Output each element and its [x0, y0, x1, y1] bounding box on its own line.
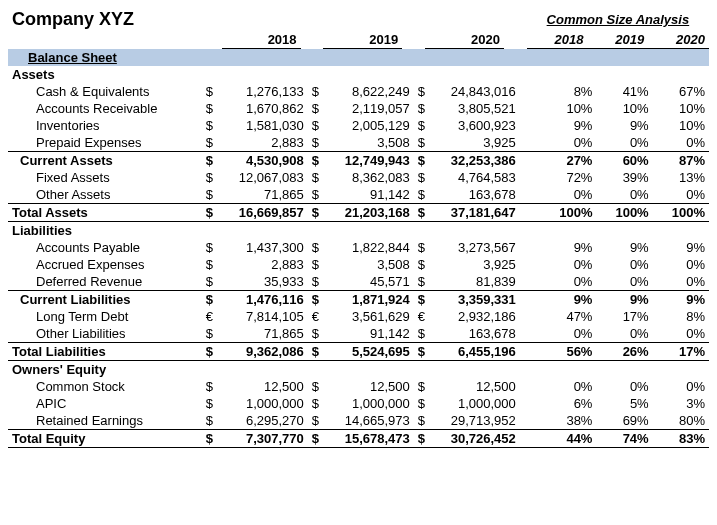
pct-cell: 0%	[540, 256, 596, 273]
section-balance-sheet: Balance Sheet	[8, 49, 709, 66]
value-cell: 1,437,300	[224, 239, 307, 256]
value-cell: 1,871,924	[330, 290, 413, 308]
currency-symbol: $	[308, 239, 331, 256]
pct-cell: 0%	[653, 256, 709, 273]
value-cell: 7,307,770	[224, 429, 307, 447]
row-label: Total Assets	[8, 203, 202, 221]
group-header: Owners' Equity	[8, 360, 202, 378]
pct-cell: 9%	[596, 290, 652, 308]
currency-symbol: $	[414, 378, 437, 395]
pct-cell: 100%	[653, 203, 709, 221]
currency-symbol: $	[202, 429, 225, 447]
pct-cell: 60%	[596, 151, 652, 169]
value-cell: 3,561,629	[330, 308, 413, 325]
pct-cell: 27%	[540, 151, 596, 169]
value-cell: 12,500	[436, 378, 519, 395]
currency-symbol: $	[308, 203, 331, 221]
currency-symbol: $	[202, 412, 225, 430]
pct-cell: 8%	[540, 83, 596, 100]
value-cell: 1,476,116	[224, 290, 307, 308]
pct-cell: 72%	[540, 169, 596, 186]
currency-symbol: $	[414, 117, 437, 134]
pct-cell: 100%	[540, 203, 596, 221]
currency-symbol: $	[308, 378, 331, 395]
currency-symbol: $	[308, 100, 331, 117]
csa-year-2019: 2019	[588, 31, 649, 49]
pct-cell: 0%	[540, 378, 596, 395]
currency-symbol: $	[308, 429, 331, 447]
value-cell: 2,883	[224, 134, 307, 152]
pct-cell: 80%	[653, 412, 709, 430]
value-cell: 4,530,908	[224, 151, 307, 169]
value-cell: 45,571	[330, 273, 413, 291]
value-cell: 1,670,862	[224, 100, 307, 117]
table-row: Assets	[8, 66, 709, 83]
currency-symbol: $	[202, 100, 225, 117]
currency-symbol: $	[414, 169, 437, 186]
currency-symbol: $	[202, 134, 225, 152]
value-cell: 8,622,249	[330, 83, 413, 100]
pct-cell: 26%	[596, 342, 652, 360]
year-2019: 2019	[323, 31, 402, 49]
currency-symbol: $	[414, 151, 437, 169]
balance-sheet-body: AssetsCash & Equivalents$1,276,133$8,622…	[8, 66, 709, 448]
currency-symbol: $	[414, 186, 437, 204]
pct-cell: 56%	[540, 342, 596, 360]
currency-symbol: $	[202, 342, 225, 360]
currency-symbol: $	[414, 273, 437, 291]
row-label: Cash & Equivalents	[8, 83, 202, 100]
value-cell: 12,749,943	[330, 151, 413, 169]
value-cell: 2,119,057	[330, 100, 413, 117]
row-label: Long Term Debt	[8, 308, 202, 325]
currency-symbol: $	[414, 429, 437, 447]
currency-symbol: $	[202, 239, 225, 256]
currency-symbol: $	[308, 256, 331, 273]
currency-symbol: $	[202, 325, 225, 343]
pct-cell: 0%	[653, 134, 709, 152]
currency-symbol: $	[202, 290, 225, 308]
table-row: Accrued Expenses$2,883$3,508$3,9250%0%0%	[8, 256, 709, 273]
value-cell: 21,203,168	[330, 203, 413, 221]
row-label: APIC	[8, 395, 202, 412]
currency-symbol: $	[308, 412, 331, 430]
table-row: Fixed Assets$12,067,083$8,362,083$4,764,…	[8, 169, 709, 186]
row-label: Accrued Expenses	[8, 256, 202, 273]
currency-symbol: $	[414, 203, 437, 221]
value-cell: 30,726,452	[436, 429, 519, 447]
currency-symbol: $	[308, 342, 331, 360]
currency-symbol: $	[308, 186, 331, 204]
pct-cell: 10%	[653, 117, 709, 134]
currency-symbol: $	[308, 325, 331, 343]
value-cell: 1,276,133	[224, 83, 307, 100]
pct-cell: 13%	[653, 169, 709, 186]
value-cell: 9,362,086	[224, 342, 307, 360]
value-cell: 3,273,567	[436, 239, 519, 256]
currency-symbol: $	[308, 117, 331, 134]
value-cell: 1,000,000	[330, 395, 413, 412]
pct-cell: 0%	[596, 186, 652, 204]
pct-cell: 6%	[540, 395, 596, 412]
row-label: Other Liabilities	[8, 325, 202, 343]
table-row: Other Assets$71,865$91,142$163,6780%0%0%	[8, 186, 709, 204]
table-row: Inventories$1,581,030$2,005,129$3,600,92…	[8, 117, 709, 134]
row-label: Retained Earnings	[8, 412, 202, 430]
currency-symbol: $	[308, 83, 331, 100]
pct-cell: 0%	[596, 378, 652, 395]
row-label: Fixed Assets	[8, 169, 202, 186]
value-cell: 1,822,844	[330, 239, 413, 256]
pct-cell: 0%	[653, 378, 709, 395]
pct-cell: 5%	[596, 395, 652, 412]
row-label: Total Equity	[8, 429, 202, 447]
currency-symbol: $	[202, 83, 225, 100]
value-cell: 6,455,196	[436, 342, 519, 360]
pct-cell: 0%	[653, 325, 709, 343]
pct-cell: 9%	[596, 117, 652, 134]
value-cell: 3,805,521	[436, 100, 519, 117]
value-cell: 1,000,000	[436, 395, 519, 412]
pct-cell: 9%	[540, 117, 596, 134]
pct-cell: 8%	[653, 308, 709, 325]
table-row: Liabilities	[8, 221, 709, 239]
company-name: Company XYZ	[8, 8, 199, 31]
value-cell: 3,359,331	[436, 290, 519, 308]
table-row: Current Liabilities$1,476,116$1,871,924$…	[8, 290, 709, 308]
